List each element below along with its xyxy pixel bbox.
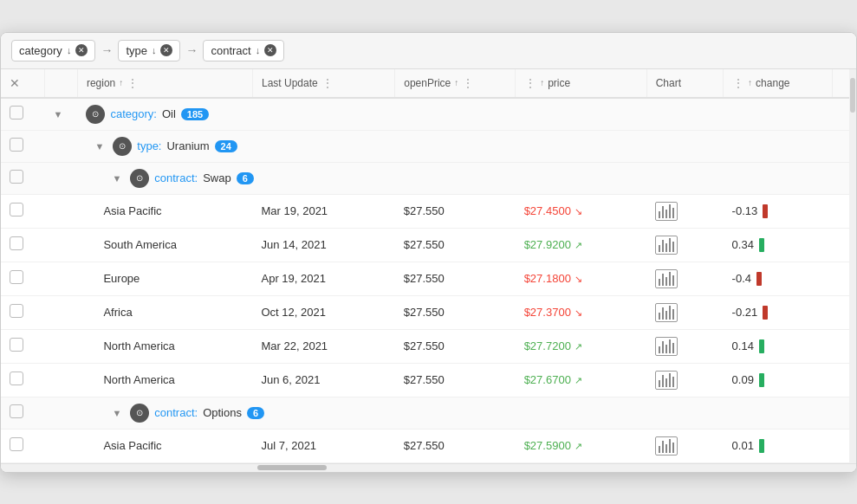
row-price: $27.6700 ↗ [516, 363, 647, 397]
change-bar [759, 339, 764, 353]
row-region: North America [77, 329, 252, 363]
checkbox[interactable] [10, 236, 23, 250]
checkbox[interactable] [10, 338, 23, 352]
change-value: 0.09 [732, 373, 754, 386]
main-window: category ↓ ✕ → type ↓ ✕ → contract ↓ ✕ [0, 32, 857, 473]
row-check[interactable] [1, 329, 45, 363]
group-category-expand[interactable]: ▼ [45, 98, 78, 131]
row-chart[interactable] [646, 329, 723, 363]
expand-category[interactable]: ▼ [54, 109, 63, 120]
th-chart[interactable]: Chart [646, 69, 723, 98]
th-openprice[interactable]: openPrice ↑ ⋮ [395, 69, 516, 98]
row-price: $27.9200 ↗ [516, 228, 647, 262]
change-bar [759, 439, 764, 453]
chart-icon[interactable] [655, 303, 678, 322]
chart-icon[interactable] [655, 269, 678, 288]
th-price[interactable]: ⋮ ↑ price [516, 69, 647, 98]
th-region-menu[interactable]: ⋮ [127, 76, 139, 90]
th-lastupdate-menu[interactable]: ⋮ [321, 76, 334, 90]
expand-swap[interactable]: ▼ [112, 173, 121, 184]
checkbox[interactable] [10, 270, 23, 284]
th-price-menu-left[interactable]: ⋮ [524, 76, 536, 90]
group-row-category: ▼ ⊙ category: Oil 185 [1, 98, 856, 131]
row-change: 0.34 [724, 228, 833, 262]
chart-icon[interactable] [655, 236, 678, 255]
checkbox[interactable] [10, 437, 23, 451]
expand-type[interactable]: ▼ [94, 141, 104, 152]
row-check[interactable] [1, 194, 45, 228]
change-value: -0.13 [732, 204, 758, 217]
th-change[interactable]: ⋮ ↑ change [724, 69, 833, 98]
filter-category[interactable]: category ↓ ✕ [11, 40, 95, 61]
checkbox[interactable] [10, 304, 23, 318]
group-options-expand-spacer [45, 397, 78, 429]
checkbox[interactable] [10, 203, 23, 216]
row-openprice: $27.550 [395, 228, 516, 262]
row-chart[interactable] [646, 295, 723, 329]
group-type-check[interactable] [1, 130, 45, 162]
checkbox[interactable] [10, 404, 23, 418]
change-cell: 0.01 [732, 439, 824, 453]
filter-type-remove[interactable]: ✕ [160, 44, 172, 56]
row-openprice: $27.550 [395, 363, 516, 397]
scrollbar-thumb-h[interactable] [257, 465, 327, 470]
th-change-menu[interactable]: ⋮ [732, 76, 744, 90]
group-icon-type: ⊙ [113, 137, 132, 156]
group-category-check[interactable] [1, 98, 45, 131]
th-region[interactable]: region ↑ ⋮ [77, 69, 252, 98]
count-badge-options: 6 [247, 407, 264, 419]
row-chart[interactable] [646, 194, 723, 228]
row-chart[interactable] [646, 228, 723, 262]
row-region: North America [77, 363, 252, 397]
checkbox[interactable] [10, 170, 23, 184]
table-container: ✕ region ↑ ⋮ Last Update [1, 69, 856, 463]
expand-options[interactable]: ▼ [112, 408, 121, 418]
row-check[interactable] [1, 228, 45, 262]
filter-contract-remove[interactable]: ✕ [264, 44, 276, 56]
chart-icon[interactable] [655, 202, 678, 221]
th-openprice-menu[interactable]: ⋮ [462, 76, 474, 90]
filter-type[interactable]: type ↓ ✕ [118, 40, 180, 61]
group-label-val-type: Uranium [166, 139, 209, 152]
th-change-sort[interactable]: ↑ [748, 78, 752, 87]
row-lastupdate: Oct 12, 2021 [253, 295, 395, 329]
row-change: 0.01 [724, 429, 833, 462]
group-badge-options: ▼ ⊙ contract: Options 6 [112, 404, 264, 423]
row-check[interactable] [1, 363, 45, 397]
table-header-row: ✕ region ↑ ⋮ Last Update [1, 69, 856, 98]
row-check[interactable] [1, 429, 45, 462]
checkbox[interactable] [10, 138, 23, 152]
row-chart[interactable] [646, 262, 723, 295]
group-swap-check[interactable] [1, 162, 45, 194]
group-icon-swap: ⊙ [130, 169, 149, 188]
group-swap-expand-spacer [45, 162, 78, 194]
th-extra [833, 69, 856, 98]
row-check[interactable] [1, 295, 45, 329]
group-options-check[interactable] [1, 397, 45, 429]
filter-category-label: category [19, 44, 62, 57]
table-row: Asia Pacific Jul 7, 2021 $27.550 $27.590… [1, 429, 856, 462]
filter-contract[interactable]: contract ↓ ✕ [203, 40, 284, 61]
th-openprice-sort[interactable]: ↑ [454, 78, 458, 87]
row-chart[interactable] [646, 363, 723, 397]
vertical-scrollbar[interactable] [849, 69, 856, 463]
row-region: Europe [77, 262, 252, 295]
th-region-sort[interactable]: ↑ [119, 78, 123, 87]
chart-icon[interactable] [655, 337, 678, 356]
th-change-label: change [756, 77, 789, 89]
row-check[interactable] [1, 262, 45, 295]
group-category-content: ⊙ category: Oil 185 [77, 98, 855, 131]
checkbox[interactable] [10, 372, 23, 385]
checkbox[interactable] [10, 106, 23, 120]
arrow-separator-2: → [185, 43, 198, 57]
filter-type-label: type [126, 44, 147, 57]
filter-category-remove[interactable]: ✕ [75, 44, 88, 56]
chart-icon[interactable] [655, 371, 678, 390]
th-lastupdate[interactable]: Last Update ⋮ [253, 69, 395, 98]
table-row: Asia Pacific Mar 19, 2021 $27.550 $27.45… [1, 194, 856, 228]
horizontal-scrollbar[interactable] [1, 463, 856, 472]
chart-icon[interactable] [655, 436, 678, 456]
row-chart[interactable] [646, 429, 723, 462]
th-price-sort[interactable]: ↑ [540, 78, 544, 87]
table-row: North America Jun 6, 2021 $27.550 $27.67… [1, 363, 856, 397]
